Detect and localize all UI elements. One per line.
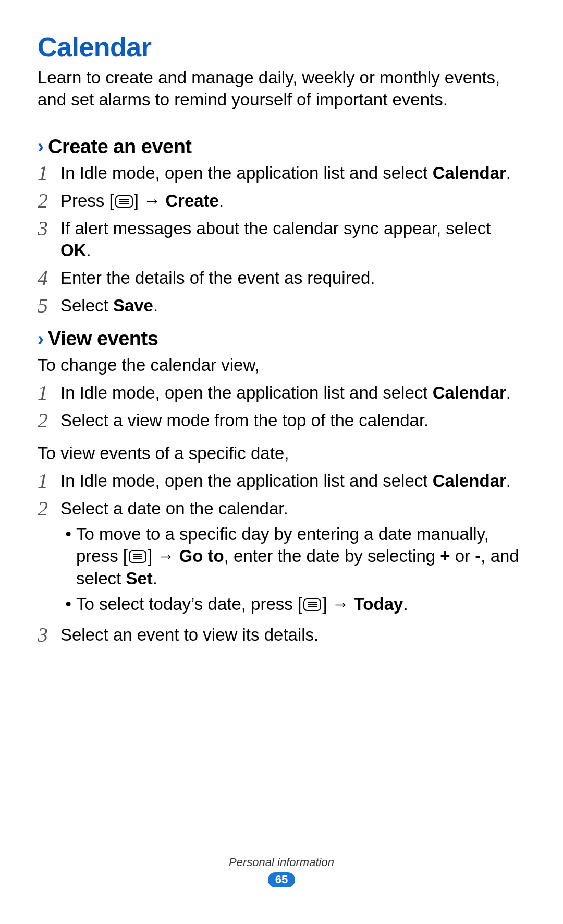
step-item: 2 Press [] → Create. [38, 190, 525, 212]
menu-icon [129, 550, 146, 563]
bullet-text: To move to a specific day by entering a … [76, 523, 525, 591]
intro-paragraph: Learn to create and manage daily, weekly… [38, 67, 525, 111]
section-heading-text: View events [48, 328, 158, 350]
step-item: 1 In Idle mode, open the application lis… [38, 382, 525, 404]
step-number: 3 [38, 624, 60, 646]
step-number: 3 [38, 218, 60, 239]
chevron-right-icon: › [38, 137, 44, 156]
section-heading-text: Create an event [48, 136, 192, 158]
step-text: In Idle mode, open the application list … [60, 162, 525, 185]
view-steps-list-2: 1 In Idle mode, open the application lis… [38, 470, 525, 646]
step-number: 2 [38, 190, 60, 212]
step-item: 1 In Idle mode, open the application lis… [38, 470, 525, 493]
step-text: Select a view mode from the top of the c… [60, 410, 525, 432]
step-text: Select a date on the calendar. • To move… [60, 498, 525, 619]
step-text: Select an event to view its details. [60, 624, 525, 646]
step-item: 3 If alert messages about the calendar s… [38, 218, 525, 262]
step-number: 2 [38, 410, 60, 431]
bullet-icon: • [60, 523, 76, 546]
step-item: 2 Select a date on the calendar. • To mo… [38, 498, 525, 619]
menu-icon [303, 598, 321, 611]
step-item: 3 Select an event to view its details. [38, 624, 525, 646]
step-text: Select Save. [60, 295, 525, 317]
menu-icon [115, 195, 133, 208]
bullet-icon: • [60, 593, 76, 616]
step-text: If alert messages about the calendar syn… [60, 218, 525, 262]
section-heading-view: › View events [38, 328, 525, 350]
step-number: 2 [38, 498, 60, 520]
step-number: 1 [38, 162, 60, 184]
step-text: In Idle mode, open the application list … [60, 470, 525, 493]
step-text: Press [] → Create. [60, 190, 525, 212]
page-footer: Personal information 65 [0, 856, 563, 887]
bullet-text: To select today’s date, press [] → Today… [76, 593, 525, 616]
step-item: 4 Enter the details of the event as requ… [38, 267, 525, 290]
bullet-item: • To move to a specific day by entering … [60, 523, 525, 591]
lead-text: To view events of a specific date, [38, 442, 525, 465]
create-steps-list: 1 In Idle mode, open the application lis… [38, 162, 525, 317]
step-number: 5 [38, 295, 60, 317]
footer-section-label: Personal information [0, 856, 563, 869]
step-number: 1 [38, 470, 60, 492]
view-steps-list-1: 1 In Idle mode, open the application lis… [38, 382, 525, 432]
bullet-item: • To select today’s date, press [] → Tod… [60, 593, 525, 616]
step-item: 2 Select a view mode from the top of the… [38, 410, 525, 432]
step-item: 1 In Idle mode, open the application lis… [38, 162, 525, 185]
page-number-badge: 65 [268, 872, 295, 887]
sub-bullet-list: • To move to a specific day by entering … [60, 523, 525, 616]
manual-page: Calendar Learn to create and manage dail… [0, 0, 563, 924]
step-text: In Idle mode, open the application list … [60, 382, 525, 404]
step-text: Enter the details of the event as requir… [60, 267, 525, 290]
step-item: 5 Select Save. [38, 295, 525, 317]
page-title: Calendar [38, 31, 525, 63]
chevron-right-icon: › [38, 330, 44, 349]
lead-text: To change the calendar view, [38, 354, 525, 377]
step-number: 4 [38, 267, 60, 289]
step-number: 1 [38, 382, 60, 404]
section-heading-create: › Create an event [38, 136, 525, 158]
